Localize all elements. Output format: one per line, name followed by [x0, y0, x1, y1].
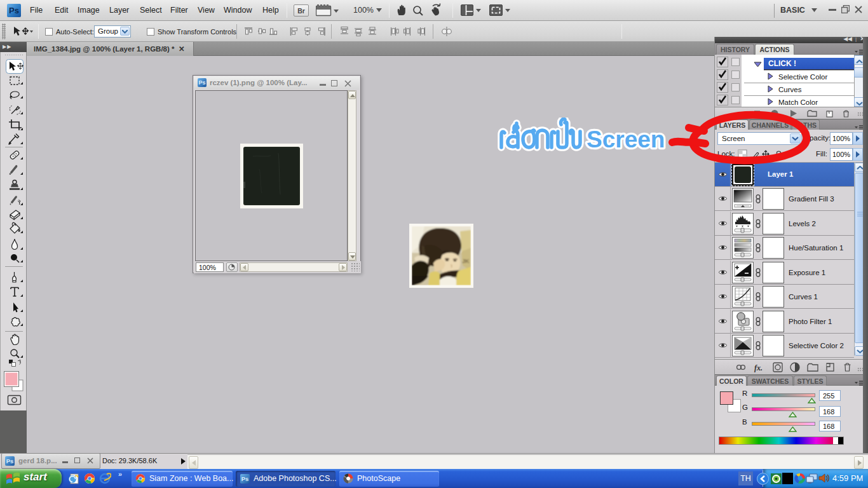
svg-text:fx.: fx.: [754, 363, 763, 372]
svg-text:Screen: Screen: [587, 126, 665, 152]
svg-text:JK: JK: [462, 258, 470, 264]
